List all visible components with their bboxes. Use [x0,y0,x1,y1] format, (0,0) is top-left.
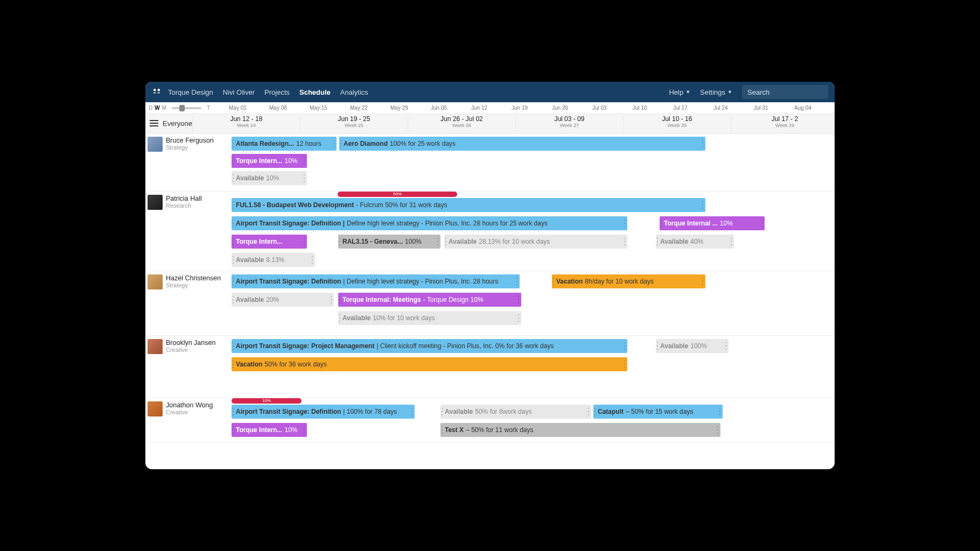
allocation-bar[interactable]: Torque Intern... 10% [232,154,307,168]
allocation-bar[interactable]: Torque Internal ... 10% [660,216,765,230]
drag-handle-icon[interactable] [624,341,626,351]
scale-week[interactable]: W [155,105,159,111]
avatar[interactable] [148,339,163,354]
drag-handle-icon[interactable] [233,218,235,228]
filter-menu-icon[interactable] [150,120,158,128]
drag-handle-icon[interactable] [233,359,235,369]
drag-handle-icon[interactable] [339,313,341,323]
drag-handle-icon[interactable] [442,425,444,435]
allocation-bar[interactable]: Vacation 50% for 36 work days [232,357,627,371]
drag-handle-icon[interactable] [661,218,663,228]
nav-help[interactable]: Help ▼ [669,88,690,96]
over-allocation-badge[interactable]: 10% [232,398,302,404]
drag-handle-icon[interactable] [725,341,727,351]
nav-settings[interactable]: Settings ▼ [700,88,732,96]
drag-handle-icon[interactable] [233,255,235,265]
drag-handle-icon[interactable] [233,425,235,435]
filter-label[interactable]: Everyone [163,119,192,128]
allocation-bar[interactable]: Available 28.13% for 10 work days [444,235,627,249]
person-info[interactable]: Patricia Hall Research [145,192,232,271]
zoom-slider-thumb[interactable] [179,105,185,111]
nav-projects[interactable]: Projects [264,88,290,96]
drag-handle-icon[interactable] [702,200,704,210]
drag-handle-icon[interactable] [518,313,520,323]
drag-handle-icon[interactable] [233,237,235,246]
scale-day[interactable]: D [149,105,152,111]
allocation-bar[interactable]: Airport Transit Signage: Project Managem… [232,339,627,353]
person-info[interactable]: Brooklyn Jansen Creative [145,336,232,398]
drag-handle-icon[interactable] [516,277,519,286]
drag-handle-icon[interactable] [233,156,235,166]
drag-handle-icon[interactable] [437,237,439,246]
drag-handle-icon[interactable] [312,255,314,265]
drag-handle-icon[interactable] [518,295,520,305]
drag-handle-icon[interactable] [624,218,626,228]
allocation-bar[interactable]: Torque Intern... 10% [232,423,307,437]
drag-handle-icon[interactable] [702,277,704,286]
drag-handle-icon[interactable] [411,407,414,416]
person-info[interactable]: Jonathon Wong Creative [145,398,232,442]
drag-handle-icon[interactable] [657,341,659,351]
allocation-bar[interactable]: Test X – 50% for 11 work days [440,423,720,437]
drag-handle-icon[interactable] [719,407,722,416]
drag-handle-icon[interactable] [624,237,626,246]
person-info[interactable]: Hazel Christensen Strategy [145,271,232,335]
allocation-bar[interactable]: Available 20% [232,293,334,307]
drag-handle-icon[interactable] [233,277,235,286]
drag-handle-icon[interactable] [331,295,333,305]
avatar[interactable] [148,195,163,210]
drag-handle-icon[interactable] [761,218,764,228]
over-allocation-badge[interactable]: 50% [338,192,457,197]
drag-handle-icon[interactable] [624,359,626,369]
allocation-bar[interactable]: Available 10% [232,171,307,185]
person-info[interactable]: Bruce Ferguson Strategy [145,133,232,191]
scale-month[interactable]: M [162,105,166,111]
drag-handle-icon[interactable] [233,341,235,351]
allocation-bar[interactable]: Airport Transit Signage: Definition | De… [232,274,520,288]
avatar[interactable] [148,401,163,416]
allocation-bar[interactable]: Vacation 8h/day for 10 work days [552,274,705,288]
drag-handle-icon[interactable] [553,277,555,286]
drag-handle-icon[interactable] [233,295,235,305]
allocation-bar[interactable]: Torque Intern... [232,235,307,249]
allocation-bar[interactable]: Aero Diamond 100% for 25 work days [339,137,705,151]
drag-handle-icon[interactable] [233,407,235,416]
drag-handle-icon[interactable] [304,237,306,246]
allocation-bar[interactable]: Available 100% [656,339,729,353]
drag-handle-icon[interactable] [304,425,306,435]
allocation-bar[interactable]: Available 40% [656,235,734,249]
drag-handle-icon[interactable] [304,173,306,183]
nav-brand[interactable]: Torque Design [168,88,213,96]
allocation-bar[interactable]: Atlanta Redesign... 12 hours [232,137,337,151]
drag-handle-icon[interactable] [339,237,341,246]
avatar[interactable] [148,274,163,289]
allocation-bar[interactable]: Airport Transit Signage: Definition | 10… [232,405,415,419]
drag-handle-icon[interactable] [442,407,444,416]
drag-handle-icon[interactable] [731,237,733,246]
drag-handle-icon[interactable] [233,173,235,183]
allocation-bar[interactable]: Available 50% for 8work days [440,405,591,419]
nav-user[interactable]: Nivi Oliver [223,88,255,96]
allocation-bar[interactable]: Available 8.13% [232,253,315,267]
drag-handle-icon[interactable] [657,237,659,246]
nav-schedule[interactable]: Schedule [299,88,331,96]
search-input[interactable] [747,88,823,96]
drag-handle-icon[interactable] [233,139,235,149]
drag-handle-icon[interactable] [588,407,590,416]
allocation-bar[interactable]: RAL3.15 - Geneva... 100% [338,235,440,249]
drag-handle-icon[interactable] [340,139,342,149]
avatar[interactable] [148,137,163,152]
drag-handle-icon[interactable] [304,156,306,166]
allocation-bar[interactable]: Available 10% for 10 work days [338,311,521,325]
allocation-bar[interactable]: Airport Transit Signage: Definition | De… [232,216,627,230]
drag-handle-icon[interactable] [702,139,704,149]
allocation-bar[interactable]: Torque Internal: Meetings - Torque Desig… [338,293,521,307]
drag-handle-icon[interactable] [594,407,597,416]
drag-handle-icon[interactable] [717,425,719,435]
drag-handle-icon[interactable] [233,200,235,210]
scale-today[interactable]: T [207,105,210,111]
drag-handle-icon[interactable] [445,237,447,246]
allocation-bar[interactable]: Catapult – 50% for 15 work days [593,405,723,419]
drag-handle-icon[interactable] [333,139,335,149]
nav-analytics[interactable]: Analytics [340,88,368,96]
